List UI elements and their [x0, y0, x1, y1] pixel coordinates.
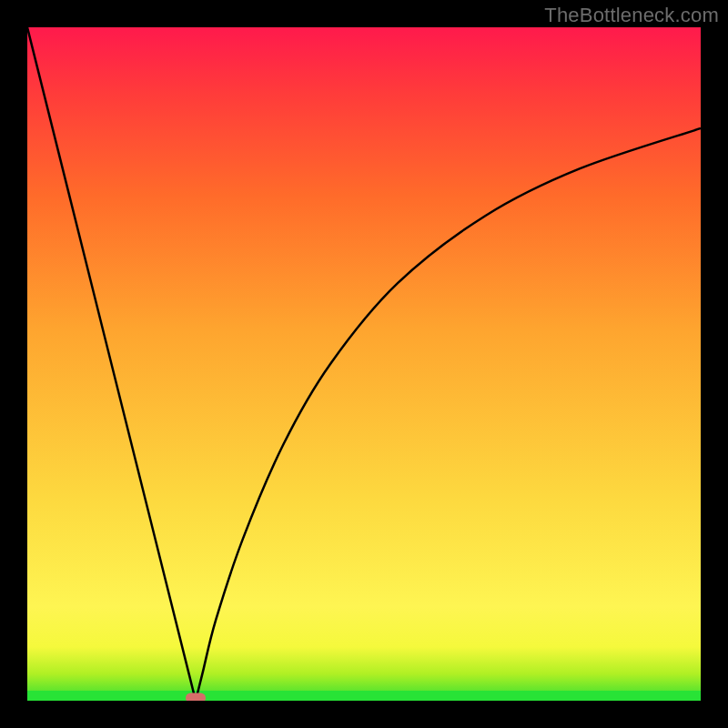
- watermark-text: TheBottleneck.com: [544, 4, 719, 27]
- bottleneck-curve: [27, 27, 701, 701]
- plot-area: [27, 27, 701, 701]
- chart-frame: TheBottleneck.com: [0, 0, 728, 728]
- minimum-marker: [186, 693, 206, 702]
